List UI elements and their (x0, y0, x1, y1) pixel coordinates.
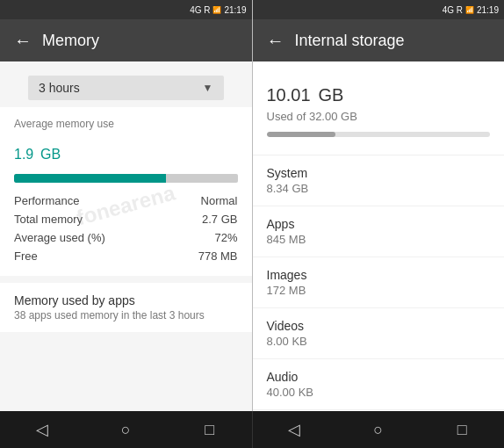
memory-back-button[interactable]: ← (14, 31, 32, 51)
storage-item-size-images: 172 MB (267, 284, 491, 297)
time-selector-arrow-icon: ▼ (203, 82, 213, 94)
stat-key-performance: Performance (14, 194, 79, 207)
storage-item-videos[interactable]: Videos 8.00 KB (253, 308, 505, 359)
panels: 4G R 📶 21:19 ← Memory 3 hours ▼ (0, 0, 504, 411)
apps-section-subtitle: 38 apps used memory in the last 3 hours (14, 309, 238, 322)
storage-item-size-apps: 845 MB (267, 233, 491, 246)
right-nav-bar: ◁ ○ □ (253, 411, 505, 448)
right-home-nav-button[interactable]: ○ (361, 412, 396, 447)
stat-key-avg: Average used (%) (14, 231, 105, 244)
stat-val-free: 778 MB (198, 249, 238, 263)
storage-item-other[interactable]: Other (253, 410, 505, 411)
avg-memory-label: Average memory use (14, 118, 238, 130)
storage-title: Internal storage (295, 32, 405, 50)
right-signal-icon: 📶 (465, 6, 474, 14)
memory-avg-section: Average memory use 1.9 GB Performance No… (0, 107, 252, 276)
storage-of-label: Used of 32.00 GB (267, 110, 491, 123)
storage-item-size-videos: 8.00 KB (267, 335, 491, 348)
storage-big-number: 10.01 GB (267, 76, 344, 107)
time-selector-value: 3 hours (39, 81, 80, 95)
storage-item-name-audio: Audio (267, 370, 491, 384)
memory-value-display: 1.9 GB (14, 137, 238, 165)
stat-row-free: Free 778 MB (14, 247, 238, 265)
storage-item-name-images: Images (267, 268, 491, 282)
storage-toolbar: ← Internal storage (253, 19, 505, 61)
memory-progress-fill (14, 174, 166, 183)
storage-items-list: System 8.34 GB Apps 845 MB Images 172 MB… (253, 155, 505, 411)
used-unit: GB (318, 85, 343, 105)
memory-progress-bar (14, 174, 238, 183)
stat-val-avg: 72% (214, 231, 237, 244)
storage-item-audio[interactable]: Audio 40.00 KB (253, 359, 505, 410)
storage-back-button[interactable]: ← (267, 31, 284, 51)
memory-panel: 4G R 📶 21:19 ← Memory 3 hours ▼ (0, 0, 253, 411)
apps-section-title: Memory used by apps (14, 293, 238, 307)
stat-key-total: Total memory (14, 213, 83, 226)
memory-toolbar: ← Memory (0, 19, 252, 61)
stat-row-avg: Average used (%) 72% (14, 228, 238, 247)
stat-key-free: Free (14, 249, 38, 263)
left-recent-nav-button[interactable]: □ (192, 412, 227, 447)
used-number: 10.01 (267, 85, 311, 105)
time-selector[interactable]: 3 hours ▼ (28, 76, 224, 100)
left-time: 21:19 (224, 5, 246, 15)
storage-item-name-system: System (267, 166, 491, 180)
right-status-bar: 4G R 📶 21:19 (253, 0, 505, 19)
storage-content: 10.01 GB Used of 32.00 GB System 8.34 GB (253, 61, 505, 411)
left-nav-bar: ◁ ○ □ (0, 411, 253, 448)
stat-row-total: Total memory 2.7 GB (14, 210, 238, 228)
memory-stats-table: Performance Normal Total memory 2.7 GB A… (14, 191, 238, 265)
memory-title: Memory (42, 32, 99, 50)
storage-progress-bar (267, 132, 491, 137)
memory-unit: GB (40, 147, 61, 162)
right-recent-nav-button[interactable]: □ (444, 412, 479, 447)
stat-val-performance: Normal (201, 194, 238, 207)
storage-item-size-audio: 40.00 KB (267, 386, 491, 399)
right-network-indicator: 4G R (443, 5, 463, 15)
right-back-nav-button[interactable]: ◁ (277, 412, 312, 447)
left-back-nav-button[interactable]: ◁ (25, 412, 60, 447)
storage-item-name-videos: Videos (267, 319, 491, 333)
storage-item-system[interactable]: System 8.34 GB (253, 155, 505, 206)
navigation-bars: ◁ ○ □ ◁ ○ □ (0, 411, 504, 448)
left-signal-icon: 📶 (212, 6, 221, 14)
left-network-indicator: 4G R (190, 5, 210, 15)
storage-panel: 4G R 📶 21:19 ← Internal storage 10.01 GB (253, 0, 505, 411)
storage-used-value: 10.01 GB (267, 76, 491, 108)
right-time: 21:19 (477, 5, 499, 15)
left-home-nav-button[interactable]: ○ (108, 412, 143, 447)
storage-used-header: 10.01 GB Used of 32.00 GB (253, 61, 505, 155)
memory-apps-section[interactable]: Memory used by apps 38 apps used memory … (0, 283, 252, 332)
stat-row-performance: Performance Normal (14, 191, 238, 210)
storage-item-apps[interactable]: Apps 845 MB (253, 206, 505, 257)
storage-item-name-apps: Apps (267, 217, 491, 231)
memory-number: 1.9 (14, 147, 33, 162)
full-wrapper: 4G R 📶 21:19 ← Memory 3 hours ▼ (0, 0, 504, 448)
storage-progress-fill (267, 132, 336, 137)
memory-content: 3 hours ▼ Average memory use 1.9 GB (0, 61, 252, 411)
stat-val-total: 2.7 GB (202, 213, 237, 226)
storage-item-size-system: 8.34 GB (267, 182, 491, 195)
left-status-bar: 4G R 📶 21:19 (0, 0, 252, 19)
storage-item-images[interactable]: Images 172 MB (253, 257, 505, 308)
